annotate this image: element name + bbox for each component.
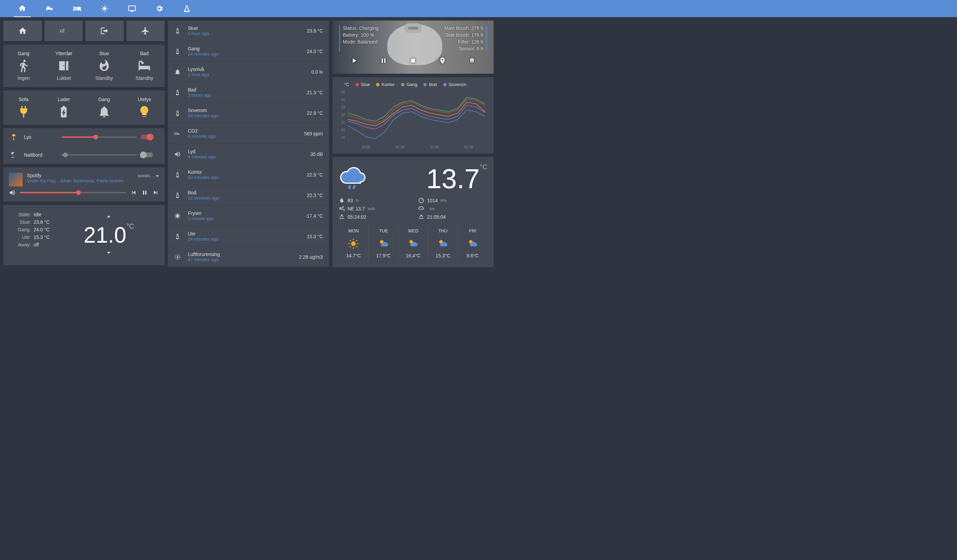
svg-text:13:00: 13:00 (430, 145, 439, 149)
sunset: 21:05:04 (418, 214, 487, 220)
sensor-name: Soverom (188, 107, 307, 113)
pressure: 1014hPa (418, 197, 487, 203)
prev-button[interactable] (130, 189, 137, 196)
tile-sofa[interactable]: Sofa (3, 94, 44, 121)
sensor-row[interactable]: Ute14 minutes ago 15.3 °C (168, 226, 329, 247)
sensor-row[interactable]: Lysnivå1 hour ago 0.0 lx (168, 62, 329, 82)
tile-gang-light[interactable]: Gang (84, 94, 125, 121)
scene-leave[interactable] (85, 21, 124, 41)
tile-lader[interactable]: Lader (44, 94, 84, 121)
sunset-icon (418, 214, 424, 220)
sensor-row[interactable]: Luftforurensing47 minutes ago 2.28 ug/m3 (168, 247, 329, 267)
day-name: WED (401, 228, 425, 233)
legend-item[interactable]: Soverom (443, 82, 466, 87)
tile-gang[interactable]: Gang Ingen (3, 48, 44, 84)
vacuum-pause-button[interactable] (380, 57, 387, 65)
sensor-value: 22.9 °C (307, 110, 323, 116)
day-name: MON (341, 228, 366, 233)
forecast-day: MON14.7°C (339, 226, 368, 261)
sensor-row[interactable]: Kontor53 minutes ago 22.9 °C (168, 164, 329, 185)
temp-down-button[interactable] (104, 248, 114, 259)
light-toggle[interactable] (141, 153, 153, 157)
nav-bedroom2[interactable] (69, 0, 86, 17)
tile-ytterdor[interactable]: Ytterdør Lukket (44, 48, 84, 84)
sensor-row[interactable]: CO24 minutes ago 569 ppm (168, 123, 329, 144)
drop-icon (339, 197, 345, 203)
tile-stue[interactable]: Stue Standby (84, 48, 125, 84)
scene-away[interactable] (126, 21, 165, 41)
sensor-time: 4 minutes ago (188, 154, 310, 159)
sensor-row[interactable]: Fryser1 minute ago -17.4 °C (168, 206, 329, 226)
wind-icon (339, 206, 345, 212)
tile-utelys[interactable]: Utelys (125, 94, 165, 121)
scene-home[interactable] (3, 21, 42, 41)
svg-text:24: 24 (341, 98, 345, 102)
nav-brightness[interactable] (96, 0, 113, 17)
vacuum-locate-button[interactable] (439, 57, 446, 65)
sensor-value: 22.3 °C (307, 192, 323, 198)
day-temp: 16.4°C (401, 253, 425, 259)
sensor-name: Stue (188, 25, 307, 31)
climate-card: State:Idle Stue:23.8 °C Gang:24.0 °C Ute… (3, 205, 164, 265)
brightness-slider[interactable] (62, 136, 137, 138)
chevron-up-icon (104, 212, 114, 221)
sensor-time: 1 hour ago (188, 31, 307, 36)
therm-icon (174, 171, 181, 178)
legend-item[interactable]: Kontor (376, 82, 395, 87)
legend-item[interactable]: Gang (401, 82, 417, 87)
source-select[interactable]: tomlin… (138, 173, 159, 178)
flask-icon (183, 5, 191, 13)
legend-dot (401, 83, 404, 86)
sensor-row[interactable]: Soverom54 minutes ago 22.9 °C (168, 103, 329, 123)
next-button[interactable] (152, 189, 159, 196)
sensor-row[interactable]: Gang14 minutes ago 24.0 °C (168, 41, 329, 62)
visibility-icon (418, 206, 424, 212)
legend-item[interactable]: Bod (423, 82, 437, 87)
scene-sleep[interactable] (44, 21, 83, 41)
light-lys: Lys (3, 128, 164, 146)
weather-icon (348, 238, 359, 249)
tile-bad[interactable]: Bad Standby (125, 48, 165, 84)
legend-label: Bod (429, 82, 437, 87)
sensor-row[interactable]: Bod12 seconds ago 22.3 °C (168, 185, 329, 206)
chart-plot: 2524232221201913:0001:0013:0001:00 (337, 88, 489, 150)
weather-icon (407, 238, 418, 249)
target-temp: 21.0°C (84, 222, 134, 248)
legend-label: Soverom (448, 82, 466, 87)
sensor-row[interactable]: Stue1 hour ago 23.8 °C (168, 21, 329, 41)
lamp-icon (10, 151, 17, 158)
vol-icon (174, 151, 181, 158)
forecast-day: WED16.4°C (398, 226, 428, 261)
chart-legend: °C StueKontorGangBodSoverom (337, 80, 489, 88)
light-toggle[interactable] (141, 135, 153, 139)
legend-item[interactable]: Stue (355, 82, 370, 87)
nav-bedroom1[interactable] (41, 0, 58, 17)
nav-lab[interactable] (178, 0, 195, 17)
nav-tv[interactable] (123, 0, 141, 17)
gang-value: 24.0 °C (33, 227, 50, 232)
svg-text:22: 22 (341, 113, 345, 117)
tub-icon (137, 40, 151, 91)
day-temp: 14.7°C (341, 253, 366, 259)
forecast-day: THU15.3°C (428, 226, 458, 261)
lamp-icon (10, 134, 17, 140)
vacuum-stop-button[interactable] (409, 57, 417, 65)
temp-up-button[interactable] (104, 212, 114, 222)
volume-icon[interactable] (9, 189, 16, 196)
vacuum-play-button[interactable] (350, 57, 358, 65)
sensor-row[interactable]: Lyd4 minutes ago 35 dB (168, 144, 329, 164)
legend-label: Kontor (382, 82, 395, 87)
volume-slider[interactable] (20, 192, 126, 193)
pause-button[interactable] (141, 189, 148, 196)
sensor-time: 1 minute ago (188, 216, 305, 221)
vacuum-dock-button[interactable] (468, 57, 476, 65)
light-name: Lys (24, 134, 58, 140)
vacuum-side-brush: Side Brush: 176 h (444, 32, 483, 38)
sensor-value: 569 ppm (304, 131, 323, 136)
scene-buttons (3, 21, 164, 41)
nav-home[interactable] (14, 0, 31, 17)
brightness-slider[interactable] (62, 154, 137, 156)
sensor-row[interactable]: Bad3 hours ago 21.3 °C (168, 82, 329, 103)
nav-settings[interactable] (151, 0, 168, 17)
day-temp: 9.6°C (461, 253, 485, 259)
